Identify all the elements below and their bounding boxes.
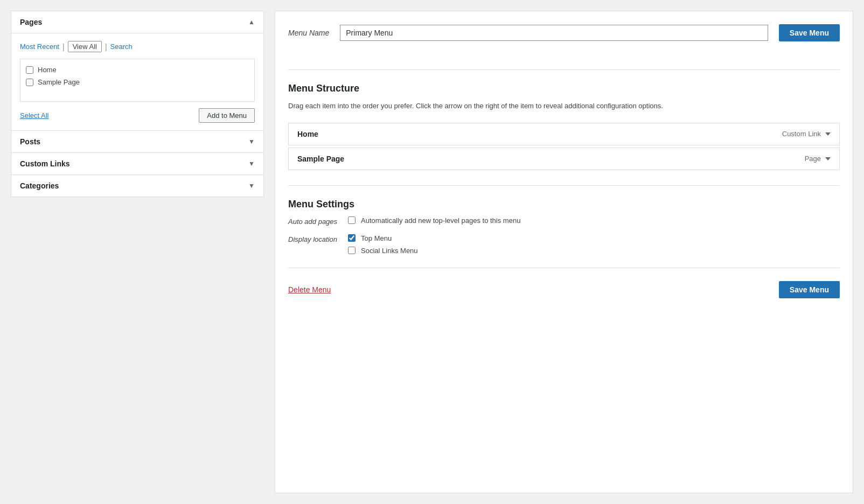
posts-accordion-header[interactable]: Posts ▼ <box>11 131 263 152</box>
tab-separator-2: | <box>105 43 107 51</box>
top-menu-checkbox[interactable] <box>348 234 356 242</box>
pages-footer: Select All Add to Menu <box>20 108 255 123</box>
pages-section-title: Pages <box>20 18 42 26</box>
home-checkbox[interactable] <box>26 66 33 74</box>
divider-2 <box>288 185 840 186</box>
menu-item-sample-page-type-area: Page <box>805 155 831 163</box>
menu-settings-title: Menu Settings <box>288 199 840 210</box>
categories-accordion: Categories ▼ <box>11 175 264 197</box>
top-menu-label: Top Menu <box>361 234 392 242</box>
tab-search[interactable]: Search <box>110 43 133 51</box>
auto-add-pages-checkbox[interactable] <box>348 216 356 224</box>
save-menu-button-bottom[interactable]: Save Menu <box>779 281 840 298</box>
menu-item-home-type: Custom Link <box>782 130 821 138</box>
right-panel: Menu Name Save Menu Menu Structure Drag … <box>275 11 853 493</box>
menu-structure-description: Drag each item into the order you prefer… <box>288 101 840 112</box>
display-location-options: Top Menu Social Links Menu <box>348 234 840 255</box>
custom-links-section-title: Custom Links <box>20 159 70 168</box>
menu-item-sample-page-chevron-down-icon[interactable] <box>825 157 831 160</box>
pages-tabs-row: Most Recent | View All | Search <box>20 41 255 52</box>
categories-chevron-down-icon: ▼ <box>248 182 255 190</box>
delete-menu-link[interactable]: Delete Menu <box>288 285 331 294</box>
menu-item-home-name: Home <box>297 130 318 138</box>
auto-add-pages-text: Automatically add new top-level pages to… <box>361 216 520 225</box>
list-item[interactable]: Home <box>25 64 250 76</box>
custom-links-chevron-down-icon: ▼ <box>248 160 255 167</box>
posts-accordion: Posts ▼ <box>11 131 264 153</box>
add-to-menu-button[interactable]: Add to Menu <box>199 108 255 123</box>
menu-item-sample-page-type: Page <box>805 155 821 163</box>
posts-section-title: Posts <box>20 137 40 146</box>
display-location-label: Display location <box>288 234 337 243</box>
social-links-menu-checkbox[interactable] <box>348 247 356 254</box>
pages-chevron-up-icon: ▲ <box>248 18 255 26</box>
menu-item-home-type-area: Custom Link <box>782 130 831 138</box>
custom-links-accordion: Custom Links ▼ <box>11 153 264 175</box>
menu-structure-section: Menu Structure Drag each item into the o… <box>288 83 840 172</box>
posts-chevron-down-icon: ▼ <box>248 138 255 145</box>
pages-accordion-body: Most Recent | View All | Search Home Sam… <box>11 33 263 130</box>
menu-name-input[interactable] <box>340 25 768 41</box>
select-all-link[interactable]: Select All <box>20 111 48 120</box>
menu-structure-title: Menu Structure <box>288 83 840 94</box>
menu-settings-section: Menu Settings Auto add pages Automatical… <box>288 199 840 255</box>
left-panel: Pages ▲ Most Recent | View All | Search … <box>11 11 264 493</box>
tab-most-recent[interactable]: Most Recent <box>20 43 59 51</box>
menu-item-home-chevron-down-icon[interactable] <box>825 132 831 136</box>
social-links-menu-row: Social Links Menu <box>348 247 840 255</box>
bottom-actions: Delete Menu Save Menu <box>288 268 840 298</box>
tab-view-all[interactable]: View All <box>68 41 102 52</box>
sample-page-label: Sample Page <box>38 78 80 86</box>
save-menu-button-top[interactable]: Save Menu <box>779 24 840 41</box>
categories-section-title: Categories <box>20 181 59 190</box>
auto-add-pages-label: Auto add pages <box>288 216 337 226</box>
pages-accordion-header[interactable]: Pages ▲ <box>11 11 263 33</box>
menu-item-sample-page-name: Sample Page <box>297 155 344 163</box>
pages-accordion: Pages ▲ Most Recent | View All | Search … <box>11 11 264 131</box>
menu-item-sample-page: Sample Page Page <box>288 148 840 170</box>
menu-name-label: Menu Name <box>288 29 329 37</box>
social-links-menu-label: Social Links Menu <box>361 247 418 255</box>
menu-name-row: Menu Name Save Menu <box>288 24 840 41</box>
divider-1 <box>288 69 840 70</box>
pages-list: Home Sample Page <box>20 59 255 102</box>
list-item[interactable]: Sample Page <box>25 76 250 88</box>
home-label: Home <box>38 66 57 74</box>
custom-links-accordion-header[interactable]: Custom Links ▼ <box>11 153 263 174</box>
sample-page-checkbox[interactable] <box>26 79 33 86</box>
tab-separator-1: | <box>62 43 65 51</box>
auto-add-pages-row: Automatically add new top-level pages to… <box>348 216 840 225</box>
categories-accordion-header[interactable]: Categories ▼ <box>11 175 263 197</box>
menu-item-home: Home Custom Link <box>288 123 840 145</box>
top-menu-row: Top Menu <box>348 234 840 242</box>
menu-settings-grid: Auto add pages Automatically add new top… <box>288 216 840 255</box>
